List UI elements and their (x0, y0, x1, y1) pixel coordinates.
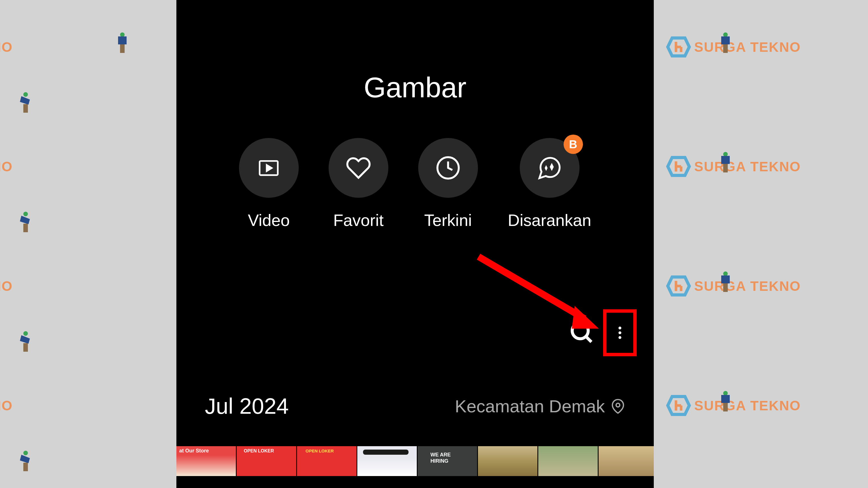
category-suggested[interactable]: B Disarankan (508, 138, 591, 230)
svg-rect-13 (721, 275, 730, 283)
svg-rect-19 (725, 403, 728, 411)
svg-line-35 (586, 337, 591, 342)
watermark-text: SURGA TEKNO (694, 159, 801, 175)
gallery-date: Jul 2024 (205, 393, 289, 419)
svg-point-16 (723, 391, 728, 396)
badge: B (564, 134, 583, 154)
watermark-text: SURGA TEKNO (0, 398, 13, 414)
category-label: Video (248, 211, 290, 230)
watermark-text: SURGA TEKNO (694, 278, 801, 294)
svg-rect-21 (23, 104, 26, 113)
svg-rect-7 (725, 44, 728, 53)
svg-rect-5 (721, 36, 730, 44)
svg-rect-30 (23, 463, 26, 471)
watermark-person-icon (114, 31, 131, 54)
svg-point-29 (23, 451, 28, 455)
thumbnail-strip (176, 446, 654, 476)
toolbar-row (176, 309, 654, 356)
location-text: Kecamatan Demak (455, 396, 605, 416)
svg-rect-10 (723, 164, 725, 173)
thumbnail-item[interactable] (598, 446, 654, 476)
category-circle (239, 138, 299, 198)
svg-rect-3 (122, 44, 125, 53)
thumbnail-item[interactable] (357, 446, 417, 476)
svg-rect-6 (723, 44, 725, 53)
more-vertical-icon (613, 319, 627, 346)
thumbnail-item[interactable] (176, 446, 236, 476)
svg-point-34 (572, 323, 588, 339)
location-pin-icon (611, 399, 625, 414)
svg-rect-9 (721, 156, 730, 164)
sparkle-chat-icon (536, 154, 563, 182)
watermark-person-icon (17, 330, 34, 353)
category-video[interactable]: Video (239, 138, 299, 230)
category-circle (329, 138, 388, 198)
thumbnail-item[interactable] (237, 446, 296, 476)
svg-rect-27 (23, 343, 26, 352)
svg-point-0 (120, 32, 125, 37)
watermark-text: SURGA TEKNO (694, 398, 801, 414)
svg-rect-25 (26, 224, 28, 232)
svg-point-20 (23, 92, 28, 97)
svg-point-23 (23, 212, 28, 216)
video-icon (257, 156, 281, 180)
gallery-app-screen: Gambar Video Favorit (176, 0, 654, 488)
watermark-text: SURGA TEKNO (694, 39, 801, 55)
svg-point-8 (723, 152, 728, 156)
svg-rect-17 (721, 395, 730, 403)
clock-icon (435, 155, 461, 181)
svg-point-38 (619, 336, 621, 339)
watermark-person-icon (17, 91, 34, 114)
category-favorite[interactable]: Favorit (329, 138, 388, 230)
svg-rect-18 (723, 403, 725, 411)
svg-rect-15 (725, 283, 728, 292)
svg-point-42 (616, 403, 620, 407)
category-label: Favorit (333, 211, 383, 230)
svg-rect-11 (725, 164, 728, 173)
svg-rect-1 (118, 36, 127, 44)
watermark-logo-icon (666, 34, 691, 60)
svg-point-26 (23, 331, 28, 336)
svg-rect-14 (723, 283, 725, 292)
category-label: Terkini (424, 211, 472, 230)
svg-rect-24 (23, 224, 26, 232)
svg-point-36 (619, 327, 621, 330)
search-icon (569, 319, 595, 345)
watermark-logo-icon (666, 393, 691, 418)
svg-rect-22 (26, 104, 28, 113)
watermark-person-icon (717, 270, 734, 293)
watermark-text: SURGA TEKNO (0, 159, 13, 175)
watermark-text: SURGA TEKNO (0, 278, 13, 294)
category-label: Disarankan (508, 211, 591, 230)
category-circle (418, 138, 478, 198)
category-recent[interactable]: Terkini (418, 138, 478, 230)
watermark-text: SURGA TEKNO (0, 39, 13, 55)
svg-point-37 (619, 332, 621, 334)
watermark-person-icon (17, 211, 34, 233)
svg-rect-31 (26, 463, 28, 471)
category-circle: B (520, 138, 580, 198)
watermark-person-icon (717, 390, 734, 413)
heart-icon (346, 155, 371, 181)
svg-point-4 (723, 32, 728, 37)
thumbnail-item[interactable] (538, 446, 598, 476)
svg-rect-28 (26, 343, 28, 352)
thumbnail-item[interactable] (478, 446, 537, 476)
watermark-person-icon (717, 151, 734, 174)
thumbnail-item[interactable] (417, 446, 477, 476)
svg-rect-2 (120, 44, 122, 53)
watermark-person-icon (17, 450, 34, 472)
date-location-row: Jul 2024 Kecamatan Demak (176, 393, 654, 419)
thumbnail-item[interactable] (297, 446, 356, 476)
watermark-person-icon (717, 31, 734, 54)
more-options-button[interactable] (603, 309, 637, 356)
category-row: Video Favorit Terkini (176, 138, 654, 230)
page-title: Gambar (176, 71, 654, 104)
gallery-location[interactable]: Kecamatan Demak (455, 396, 625, 416)
watermark-logo-icon (666, 154, 691, 179)
search-button[interactable] (563, 314, 600, 352)
svg-point-12 (723, 271, 728, 276)
watermark-logo-icon (666, 273, 691, 299)
